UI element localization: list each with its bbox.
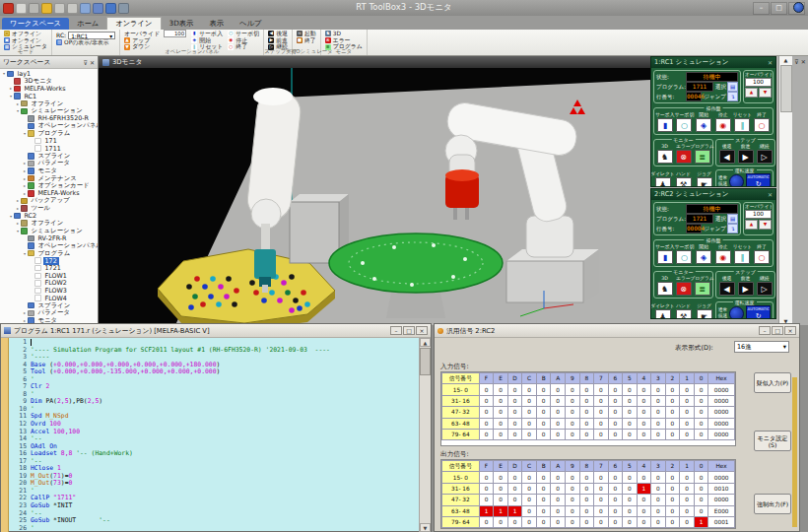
bit-cell[interactable]: 0 [637, 384, 651, 395]
bit-cell[interactable]: 0 [694, 395, 708, 406]
bit-cell[interactable]: 0 [694, 418, 708, 429]
minimize-button[interactable]: – [753, 2, 770, 15]
bit-cell[interactable]: 0 [494, 516, 508, 527]
bit-cell[interactable]: 0 [579, 384, 594, 395]
bit-cell[interactable]: 0 [594, 395, 609, 406]
bit-cell[interactable]: 0 [651, 483, 666, 494]
bit-cell[interactable]: 0 [623, 418, 638, 429]
servo-off-icon[interactable]: ○ [676, 250, 692, 264]
redo-icon[interactable] [67, 3, 78, 14]
new-doc-icon[interactable] [16, 3, 27, 14]
end-icon[interactable]: ○ [754, 250, 770, 264]
app-icon[interactable] [3, 3, 14, 14]
bit-cell[interactable]: 0 [665, 495, 680, 505]
bit-cell[interactable]: 0 [623, 472, 638, 483]
bit-cell[interactable]: 0 [551, 495, 566, 505]
bit-cell[interactable]: 0 [694, 429, 708, 439]
bit-cell[interactable]: 0 [522, 472, 537, 483]
override-up-button[interactable]: ▲ [745, 220, 758, 230]
globe-icon[interactable] [729, 174, 744, 188]
bit-cell[interactable]: 0 [565, 407, 579, 418]
bit-cell[interactable]: 0 [479, 483, 494, 494]
bit-cell[interactable]: 0 [522, 384, 537, 395]
bit-cell[interactable]: 0 [579, 395, 594, 406]
ribbon-tab[interactable]: ホーム [69, 18, 106, 30]
close-icon[interactable]: ✕ [768, 191, 773, 198]
bit-cell[interactable]: 0 [479, 472, 494, 483]
bit-cell[interactable]: 0 [579, 483, 594, 494]
3d-scene[interactable] [99, 68, 650, 325]
bit-cell[interactable]: 0 [522, 516, 537, 527]
bit-cell[interactable]: 0 [551, 407, 566, 418]
close-icon[interactable]: ✕ [90, 59, 95, 66]
bit-cell[interactable]: 0 [680, 407, 695, 418]
bit-cell[interactable]: 0 [680, 429, 695, 439]
bit-cell[interactable]: 0 [608, 384, 623, 395]
bit-cell[interactable]: 0 [551, 516, 566, 527]
bit-cell[interactable]: 0 [651, 472, 666, 483]
bit-cell[interactable]: 0 [651, 395, 666, 406]
bit-cell[interactable]: 0 [680, 395, 695, 406]
ribbon-tab[interactable]: 表示 [201, 18, 232, 30]
speed-option[interactable]: 低速 [718, 181, 728, 187]
bit-cell[interactable]: 0 [494, 429, 508, 439]
simulation-panel-titlebar[interactable]: 1:RC1 シミュレーション✕ [651, 57, 775, 68]
bit-cell[interactable]: 0 [507, 407, 522, 418]
servo-on-icon[interactable]: ▮ [657, 118, 673, 132]
bit-cell[interactable]: 0 [565, 395, 579, 406]
forced-output-button[interactable]: 強制出力(F) [754, 494, 791, 514]
servo-off-icon[interactable]: ○ [676, 118, 692, 132]
robot-3d-icon[interactable]: ♞ [657, 150, 673, 164]
automatic-button[interactable]: AUTOMATIC↻ [746, 305, 771, 319]
bit-cell[interactable]: 0 [694, 472, 708, 483]
bit-cell[interactable]: 0 [608, 418, 623, 429]
bit-cell[interactable]: 0 [694, 483, 708, 494]
jog-icon[interactable]: ☛ [697, 309, 712, 319]
tree-item[interactable]: ▸MELFA-Works [0, 85, 98, 93]
bit-cell[interactable]: 0 [565, 505, 579, 516]
code-area[interactable]: 12'---- Simulation Program for SCF2011 l… [9, 338, 419, 532]
bit-cell[interactable]: 0 [579, 429, 594, 439]
step-back-icon[interactable]: ◀ [719, 282, 735, 296]
bit-cell[interactable]: 0 [565, 384, 579, 395]
save-icon[interactable] [29, 3, 39, 14]
bit-cell[interactable]: 0 [536, 418, 551, 429]
monitor-setting-button[interactable]: モニタ設定(S) [754, 431, 791, 451]
robot-3d-icon[interactable]: ♞ [657, 282, 673, 296]
bit-cell[interactable]: 0 [551, 472, 566, 483]
bit-cell[interactable]: 0 [651, 384, 666, 395]
start-icon[interactable]: ◈ [696, 250, 711, 264]
bit-cell[interactable]: 0 [551, 418, 566, 429]
jump-icon[interactable]: ↴ [727, 92, 738, 101]
bit-cell[interactable]: 0 [608, 495, 623, 505]
bit-cell[interactable]: 0 [680, 418, 695, 429]
step-back-icon[interactable]: ◀ [719, 150, 735, 164]
bit-cell[interactable]: 0 [623, 395, 638, 406]
bit-cell[interactable]: 0 [608, 505, 623, 516]
bit-cell[interactable]: 0 [594, 384, 609, 395]
bit-cell[interactable]: 0 [536, 495, 551, 505]
bit-cell[interactable]: 0 [665, 472, 680, 483]
bit-cell[interactable]: 0 [507, 516, 522, 527]
bit-cell[interactable]: 0 [565, 495, 579, 505]
bit-cell[interactable]: 0 [494, 407, 508, 418]
bit-cell[interactable]: 0 [637, 395, 651, 406]
bit-cell[interactable]: 0 [651, 418, 666, 429]
bit-cell[interactable]: 0 [623, 384, 638, 395]
tree-item[interactable]: ▸ツール [0, 205, 98, 213]
ribbon-item[interactable]: ■終了 [297, 37, 316, 44]
bit-cell[interactable]: 0 [494, 483, 508, 494]
program-monitor-icon[interactable]: ≣ [695, 282, 710, 296]
bit-cell[interactable]: 0 [694, 505, 708, 516]
bit-cell[interactable]: 0 [494, 495, 508, 505]
stop-icon[interactable]: ◉ [715, 250, 731, 264]
start-icon[interactable]: ◈ [696, 118, 711, 132]
ribbon-tab[interactable]: ヘルプ [232, 18, 269, 30]
program-editor-titlebar[interactable]: プログラム 1:RC1 171.r (シミュレーション) [MELFA-BASI… [1, 324, 431, 338]
bit-cell[interactable]: 0 [651, 407, 666, 418]
bit-cell[interactable]: 0 [536, 395, 551, 406]
maximize-button[interactable]: □ [771, 2, 787, 15]
bit-cell[interactable]: 0 [536, 516, 551, 527]
bit-cell[interactable]: 0 [694, 495, 708, 505]
bit-cell[interactable]: 0 [522, 418, 537, 429]
